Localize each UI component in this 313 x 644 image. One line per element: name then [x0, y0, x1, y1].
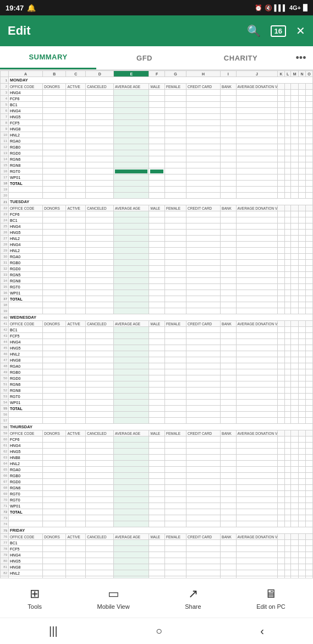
cell[interactable] [278, 381, 285, 388]
cell[interactable] [221, 302, 237, 308]
cell[interactable] [236, 491, 278, 497]
cell[interactable] [114, 174, 149, 181]
cell[interactable] [164, 162, 186, 168]
cell[interactable] [66, 455, 86, 461]
cell[interactable] [114, 102, 149, 108]
cell[interactable] [305, 181, 312, 187]
cell[interactable]: FCF6 [9, 96, 43, 102]
cell[interactable] [291, 84, 299, 90]
cell[interactable] [66, 156, 86, 162]
cell[interactable] [278, 363, 285, 369]
cell[interactable] [114, 217, 149, 223]
cell[interactable] [236, 242, 278, 248]
cell[interactable] [86, 467, 114, 473]
cell[interactable] [66, 515, 86, 521]
cell[interactable] [86, 443, 114, 449]
cell[interactable] [305, 467, 312, 473]
cell[interactable] [186, 400, 221, 406]
cell[interactable] [291, 236, 299, 242]
cell[interactable]: RGA0 [9, 138, 43, 144]
cell[interactable] [164, 369, 186, 375]
cell[interactable] [291, 412, 299, 418]
cell[interactable] [86, 473, 114, 479]
cell[interactable] [284, 138, 291, 144]
cell[interactable] [236, 236, 278, 242]
cell[interactable] [221, 150, 237, 156]
cell[interactable] [236, 558, 278, 564]
cell[interactable] [186, 375, 221, 381]
cell[interactable] [164, 90, 186, 96]
cell[interactable] [284, 351, 291, 357]
cell[interactable] [221, 132, 237, 138]
cell[interactable] [278, 223, 285, 230]
cell[interactable] [186, 254, 221, 260]
cell[interactable] [164, 351, 186, 357]
cell[interactable] [236, 211, 278, 217]
cell[interactable] [66, 339, 86, 345]
cell[interactable] [236, 217, 278, 223]
cell[interactable] [284, 230, 291, 236]
cell[interactable]: FCF6 [9, 211, 43, 217]
cell[interactable] [291, 436, 299, 443]
cell[interactable] [284, 381, 291, 388]
cell[interactable] [86, 181, 114, 187]
cell[interactable] [43, 400, 66, 406]
cell[interactable] [186, 509, 221, 515]
cell[interactable] [9, 302, 43, 308]
cell[interactable] [236, 302, 278, 308]
cell[interactable] [236, 168, 278, 174]
cell[interactable] [164, 308, 186, 314]
cell[interactable] [149, 90, 165, 96]
cell[interactable] [149, 418, 165, 424]
cell[interactable] [186, 193, 221, 199]
cell[interactable] [291, 96, 299, 102]
cell[interactable] [149, 217, 165, 223]
cell[interactable] [114, 266, 149, 272]
cell[interactable] [164, 515, 186, 521]
cell[interactable] [186, 290, 221, 296]
cell[interactable] [114, 473, 149, 479]
cell[interactable] [278, 302, 285, 308]
share-button[interactable]: ↗ Share [185, 587, 201, 610]
cell[interactable] [114, 461, 149, 467]
cell[interactable] [114, 339, 149, 345]
cell[interactable] [114, 394, 149, 400]
cell[interactable] [149, 400, 165, 406]
cell[interactable] [164, 449, 186, 455]
cell[interactable] [291, 515, 299, 521]
cell[interactable] [86, 254, 114, 260]
cell[interactable] [305, 363, 312, 369]
cell[interactable] [149, 96, 165, 102]
cell[interactable] [284, 485, 291, 491]
cell[interactable] [86, 436, 114, 443]
cell[interactable] [305, 217, 312, 223]
cell[interactable] [278, 394, 285, 400]
cell[interactable] [236, 394, 278, 400]
cell[interactable] [66, 564, 86, 570]
cell[interactable] [299, 509, 306, 515]
cell[interactable] [66, 345, 86, 351]
cell[interactable] [291, 248, 299, 254]
cell[interactable] [164, 461, 186, 467]
cell[interactable] [164, 552, 186, 558]
cell[interactable] [305, 570, 312, 576]
cell[interactable] [9, 308, 43, 314]
cell[interactable] [299, 375, 306, 381]
cell[interactable] [114, 114, 149, 120]
cell[interactable] [164, 242, 186, 248]
cell[interactable] [305, 138, 312, 144]
cell[interactable] [221, 308, 237, 314]
cell[interactable] [291, 534, 299, 540]
cell[interactable] [221, 436, 237, 443]
cell[interactable] [284, 479, 291, 485]
cell[interactable] [149, 138, 165, 144]
cell[interactable] [284, 540, 291, 546]
cell[interactable] [291, 260, 299, 266]
cell[interactable] [305, 96, 312, 102]
cell[interactable] [305, 455, 312, 461]
cell[interactable] [278, 108, 285, 114]
cell[interactable] [305, 90, 312, 96]
cell[interactable] [114, 278, 149, 284]
cell[interactable] [43, 254, 66, 260]
cell[interactable] [186, 357, 221, 363]
